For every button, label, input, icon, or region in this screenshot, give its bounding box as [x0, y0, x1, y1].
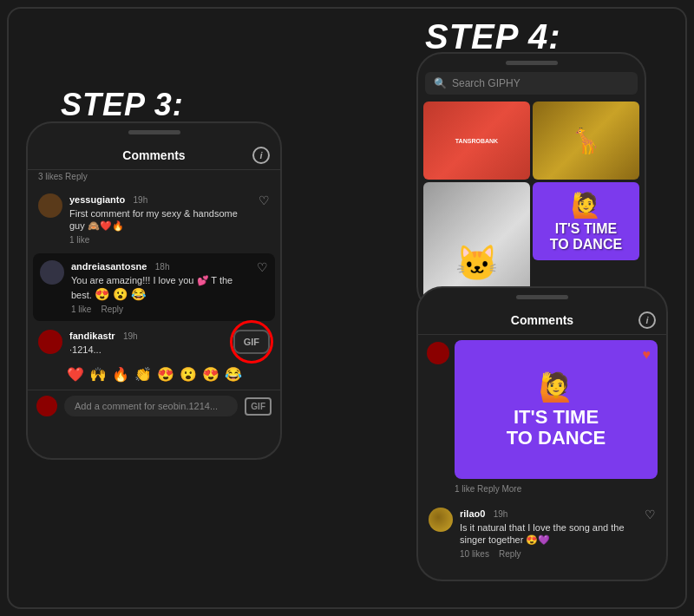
avatar-yessugianto — [38, 193, 62, 218]
avatar-fandika — [38, 330, 62, 354]
gif-cell-dance[interactable]: 🙋 IT'S TIMETO DANCE — [533, 182, 639, 260]
heart-action2[interactable]: ♡ — [257, 260, 268, 274]
heart-action1[interactable]: ♡ — [259, 193, 270, 207]
heart-icon-step4[interactable]: ♥ — [643, 347, 651, 363]
step3-label: STEP 3: — [61, 87, 184, 123]
phone-notch-comments — [516, 295, 568, 299]
search-icon-giphy: 🔍 — [434, 77, 447, 89]
phone-step4-comments: Comments i ♥ 🙋 IT'S TIME TO DANCE 1 like… — [416, 286, 668, 581]
gif-input-button[interactable]: GIF — [245, 397, 272, 416]
comment2-content: andreiasantosne 18h You are amazing!!! I… — [71, 260, 250, 314]
giphy-grid: TANSROBANK 🦒 🐱 🙋 IT'S TIMETO DANCE — [418, 102, 645, 312]
phone-step3: Comments i 3 likes Reply yessugianto 19h… — [26, 121, 282, 460]
rilao-comment-content: rilao0 19h Is it natural that I love the… — [460, 508, 638, 559]
comment-input-step3[interactable]: Add a comment for seobin.1214... — [64, 396, 238, 416]
avatar-rilao — [429, 508, 453, 532]
emoji-row-step3: ❤️ 🙌 🔥 👏 😍 😮 😍 😂 — [28, 363, 280, 386]
like-reply-dance: 1 like Reply More — [418, 482, 666, 497]
avatar-andreia — [40, 260, 64, 285]
comment1-content: yessugianto 19h First comment for my sex… — [69, 193, 252, 245]
gif-cell-shirt[interactable]: TANSROBANK — [423, 102, 530, 180]
heart-action-rilao[interactable]: ♡ — [645, 508, 656, 521]
dance-text-line1: IT'S TIME — [514, 407, 599, 428]
comment-rilao: rilao0 19h Is it natural that I love the… — [418, 501, 666, 566]
comments-header-step4: Comments i — [418, 306, 666, 335]
gif-cell-giraffe[interactable]: 🦒 — [533, 102, 639, 180]
phone-step4-giphy: 🔍 Search GIPHY TANSROBANK 🦒 🐱 🙋 IT'S T — [416, 52, 646, 312]
info-icon-step4[interactable]: i — [638, 311, 656, 329]
comments-title-step3: Comments — [122, 148, 185, 162]
dance-text-line2: TO DANCE — [507, 428, 606, 449]
dance-person-icon: 🙋 — [539, 370, 573, 403]
user-avatar-input — [36, 396, 57, 416]
comment2-step3: andreiasantosne 18h You are amazing!!! I… — [33, 257, 275, 318]
sender-avatar-step4 — [427, 342, 449, 364]
phone-notch-giphy — [506, 61, 558, 65]
giphy-search-bar[interactable]: 🔍 Search GIPHY — [425, 72, 638, 95]
gif-button-step3[interactable]: GIF — [233, 330, 270, 354]
comments-header-step3: Comments i — [28, 141, 280, 170]
comment3-step3: fandikastr 19h ·1214... GIF — [28, 323, 280, 363]
likes-row-step3: 3 likes Reply — [28, 170, 280, 187]
comment1-step3: yessugianto 19h First comment for my sex… — [28, 187, 280, 252]
comment2-area: andreiasantosne 18h You are amazing!!! I… — [33, 253, 275, 321]
giphy-search-placeholder: Search GIPHY — [452, 77, 520, 89]
dance-gif-large: ♥ 🙋 IT'S TIME TO DANCE — [455, 340, 658, 479]
gif-button-circled-area[interactable]: GIF — [233, 330, 270, 354]
dance-gif-comment-area: ♥ 🙋 IT'S TIME TO DANCE — [455, 340, 658, 479]
comment-input-row-step3: Add a comment for seobin.1214... GIF — [28, 390, 280, 422]
phone-notch-step3 — [128, 130, 180, 134]
comments-title-step4: Comments — [511, 313, 573, 327]
step4-label: STEP 4: — [425, 17, 561, 56]
info-icon-step3[interactable]: i — [252, 147, 270, 164]
